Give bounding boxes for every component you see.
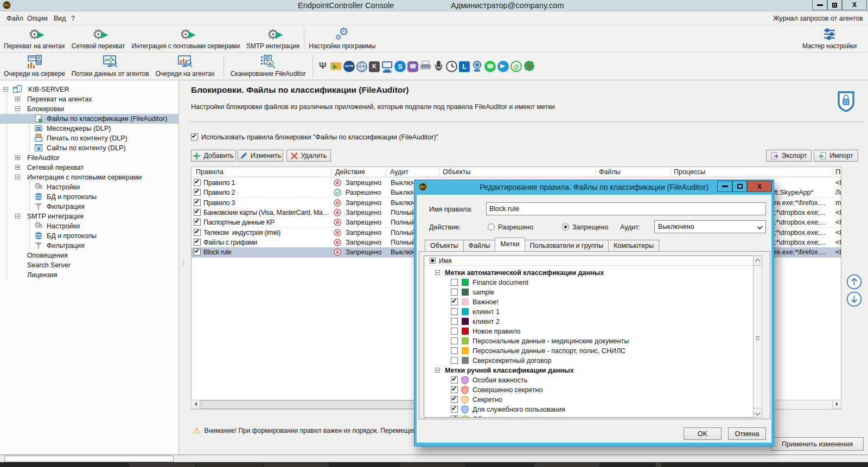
- labels-column-name[interactable]: Имя: [439, 257, 451, 265]
- dialog-tab[interactable]: Пользователи и группы: [525, 240, 609, 252]
- tree-expander[interactable]: [15, 175, 20, 180]
- column-processes[interactable]: Процессы: [674, 168, 705, 176]
- minimize-button[interactable]: [812, 0, 827, 10]
- label-checkbox[interactable]: [451, 298, 458, 305]
- label-row[interactable]: Сверхсекретный договор: [424, 356, 750, 366]
- label-checkbox[interactable]: [451, 406, 458, 413]
- label-row[interactable]: Finance document: [424, 278, 750, 287]
- toolbar-agent-intercept[interactable]: ⚙ Перехват на агентах: [1, 25, 68, 52]
- dialog-tab[interactable]: Объекты: [425, 240, 463, 252]
- audit-select[interactable]: Выключено: [654, 220, 766, 233]
- tree-expander[interactable]: [15, 155, 20, 160]
- toolbar-agent-flows[interactable]: Потоки данных от агентов: [68, 53, 152, 80]
- rule-checkbox[interactable]: [194, 189, 201, 196]
- tree-item[interactable]: Перехват на агентах: [0, 94, 179, 104]
- rule-name-input[interactable]: [486, 202, 766, 215]
- export-button[interactable]: Экспорт: [766, 150, 812, 162]
- scroll-left-button[interactable]: [191, 400, 200, 408]
- section-expander[interactable]: [435, 368, 440, 373]
- menu-view[interactable]: Вид: [54, 15, 66, 22]
- label-row[interactable]: Персональные данные - медицинские докуме…: [424, 336, 750, 346]
- toolbar-program-settings[interactable]: ⚙ Настройки программы: [305, 25, 379, 52]
- column-files[interactable]: Файлы: [599, 168, 621, 176]
- tree-item[interactable]: Мессенджеры (DLP): [0, 124, 179, 133]
- toolbar-server-queues[interactable]: Очереди на сервере: [1, 53, 68, 80]
- channel-icon[interactable]: [317, 60, 329, 73]
- tree-expander[interactable]: [15, 106, 20, 111]
- scroll-right-button[interactable]: [832, 400, 841, 408]
- labels-scrollbar[interactable]: [753, 255, 762, 418]
- label-row[interactable]: Персональные данные - паспорт, полис, СН…: [424, 346, 750, 356]
- rule-checkbox[interactable]: [194, 179, 201, 186]
- channel-icon[interactable]: [446, 61, 457, 72]
- tree-item[interactable]: Сайты по контенту (DLP): [0, 143, 179, 153]
- tree-expander[interactable]: [15, 165, 20, 170]
- dialog-maximize-button[interactable]: [732, 181, 747, 192]
- channel-icon[interactable]: [394, 61, 406, 72]
- tree-item[interactable]: Печать по контенту (DLP): [0, 133, 179, 143]
- tree-expander[interactable]: [15, 214, 20, 219]
- radio-allow-label[interactable]: Разрешено: [498, 223, 533, 231]
- rule-checkbox[interactable]: [194, 229, 201, 236]
- rule-checkbox[interactable]: [194, 248, 201, 255]
- tree-item[interactable]: БД и протоколы: [0, 192, 179, 202]
- cancel-button[interactable]: Отмена: [728, 427, 766, 440]
- column-users[interactable]: Пол: [835, 168, 841, 176]
- channel-icon[interactable]: [330, 60, 342, 73]
- radio-allow[interactable]: [488, 223, 495, 231]
- toolbar-agent-queues[interactable]: Очереди на агентах: [152, 53, 218, 80]
- column-rules[interactable]: Правила: [196, 168, 224, 176]
- scroll-up-button[interactable]: [754, 256, 762, 265]
- dialog-tab[interactable]: Компьютеры: [608, 240, 659, 252]
- channel-icon[interactable]: [459, 61, 470, 72]
- rule-checkbox[interactable]: [194, 199, 201, 206]
- label-checkbox[interactable]: [451, 415, 458, 418]
- add-rule-button[interactable]: Добавить: [191, 150, 236, 162]
- section-expander[interactable]: [435, 270, 440, 275]
- label-checkbox[interactable]: [451, 396, 458, 403]
- label-row[interactable]: Для служебного пользования: [424, 405, 750, 414]
- menu-help[interactable]: ?: [71, 15, 75, 22]
- tree-expander[interactable]: [15, 97, 20, 101]
- dialog-tab[interactable]: Метки: [495, 238, 525, 252]
- tree-item[interactable]: Интеграция с почтовыми серверами: [0, 172, 179, 182]
- label-checkbox[interactable]: [451, 347, 458, 354]
- move-up-button[interactable]: [846, 274, 862, 290]
- tree-item[interactable]: Настройки: [0, 182, 179, 192]
- channel-icon[interactable]: [356, 61, 367, 72]
- label-row[interactable]: Метки автоматической классификации данны…: [424, 268, 750, 278]
- label-row[interactable]: Особая важность: [424, 375, 750, 385]
- edit-rule-button[interactable]: Изменить: [238, 150, 283, 162]
- panel-splitter[interactable]: ⋮: [180, 260, 187, 273]
- radio-deny-label[interactable]: Запрещено: [572, 223, 608, 231]
- use-rules-checkbox[interactable]: [191, 133, 198, 140]
- label-row[interactable]: Важное!: [424, 297, 750, 307]
- label-row[interactable]: клиент 1: [424, 307, 750, 317]
- label-row[interactable]: Метки ручной классификации данных: [424, 366, 750, 375]
- channel-icon[interactable]: [369, 61, 380, 72]
- label-row[interactable]: клиент 2: [424, 317, 750, 327]
- menu-file[interactable]: Файл: [7, 15, 23, 22]
- rule-checkbox[interactable]: [194, 219, 201, 226]
- label-row[interactable]: Об: [424, 414, 750, 418]
- tree-item[interactable]: Фильтрация: [0, 202, 179, 212]
- channel-icon[interactable]: [420, 60, 431, 73]
- tree-item[interactable]: Оповещения: [0, 251, 179, 260]
- toolbar-smtp-integration[interactable]: ⚙ SMTP интеграция: [243, 25, 303, 52]
- label-row[interactable]: Совершенно секретно: [424, 385, 750, 395]
- toolbar-fileauditor-scan[interactable]: A Сканирование FileAuditor: [225, 53, 311, 80]
- channel-icon[interactable]: [433, 60, 444, 73]
- tree-item[interactable]: Файлы по классификации (FileAuditor): [0, 114, 179, 124]
- use-rules-checkbox-row[interactable]: Использовать правила блокировки "Файлы п…: [191, 133, 198, 142]
- ok-button[interactable]: OK: [684, 427, 722, 440]
- label-checkbox[interactable]: [451, 308, 458, 315]
- label-row[interactable]: sample: [424, 287, 750, 297]
- toolbar-setup-wizard[interactable]: Мастер настройки: [794, 25, 865, 52]
- dialog-minimize-button[interactable]: [717, 181, 732, 192]
- menu-agent-requests-log[interactable]: Журнал запросов от агентов: [773, 15, 863, 22]
- tree-item[interactable]: Блокировки: [0, 104, 179, 114]
- tree-expander[interactable]: [3, 87, 8, 92]
- tree-item[interactable]: Настройки: [0, 221, 179, 231]
- scrollbar-thumb[interactable]: [754, 265, 762, 408]
- column-audit[interactable]: Аудит: [390, 168, 409, 176]
